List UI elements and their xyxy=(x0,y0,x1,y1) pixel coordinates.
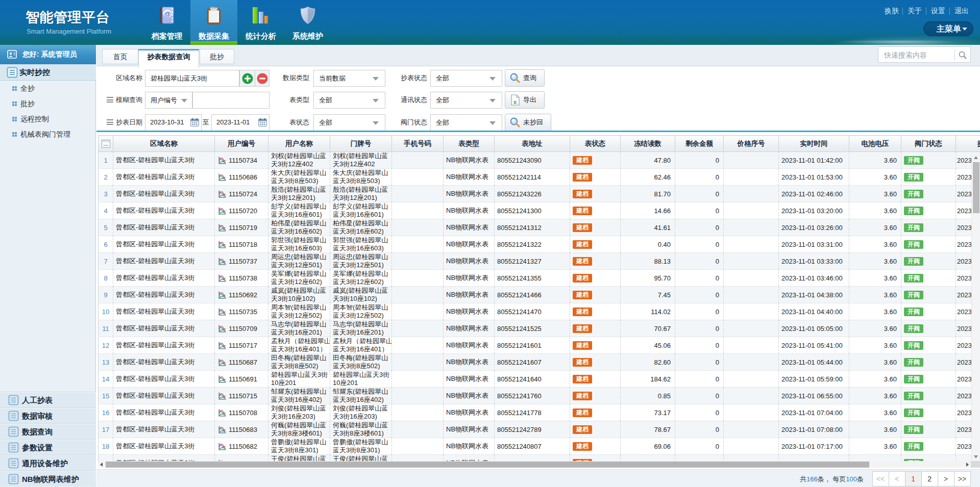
svg-text:x: x xyxy=(513,99,517,105)
svg-text:@: @ xyxy=(164,10,171,18)
